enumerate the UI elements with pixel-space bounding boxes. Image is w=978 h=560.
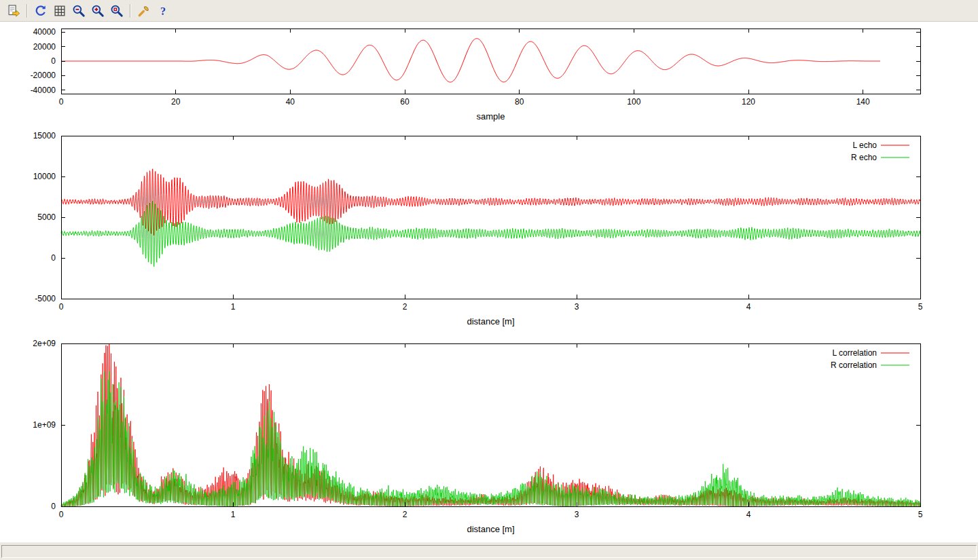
series-L-echo	[61, 169, 920, 236]
x-tick-label: 100	[627, 97, 640, 107]
x-tick-label: 140	[856, 97, 870, 107]
x-tick-label: 0	[59, 97, 64, 107]
x-tick-label: 60	[400, 97, 410, 107]
magnifier-next-icon	[91, 4, 105, 18]
y-tick-label: 5000	[37, 212, 56, 222]
series-pulse	[61, 39, 880, 82]
plot-canvas-signal[interactable]: 02040608010012014040000200000-20000-4000…	[0, 22, 978, 124]
x-axis-label: distance [m]	[467, 316, 514, 326]
wrench-icon	[137, 4, 151, 18]
y-tick-label: 0	[51, 253, 56, 263]
grid-icon	[53, 4, 67, 18]
x-tick-label: 1	[231, 510, 236, 519]
svg-text:?: ?	[160, 5, 166, 18]
plot-border	[61, 136, 920, 299]
legend-label: R echo	[851, 153, 877, 162]
y-tick-label: -20000	[31, 71, 56, 80]
series-R-correlation	[61, 371, 920, 506]
x-tick-label: 3	[575, 510, 579, 519]
y-tick-label: 40000	[33, 27, 56, 37]
status-text	[1, 545, 977, 558]
legend-label: L correlation	[832, 348, 877, 358]
y-tick-label: -40000	[31, 86, 56, 95]
y-tick-label: 0	[51, 502, 56, 511]
x-tick-label: 2	[403, 302, 408, 312]
replot-icon	[34, 4, 48, 18]
replot-button[interactable]	[32, 2, 50, 20]
x-tick-label: 120	[742, 97, 755, 107]
gnuplot-window: ? 02040608010012014040000200000-20000-40…	[0, 0, 978, 560]
copy-button[interactable]	[5, 2, 22, 20]
y-tick-label: 2e+09	[33, 339, 56, 348]
autoscale-button[interactable]	[108, 2, 126, 20]
clipboard-copy-icon	[7, 4, 20, 18]
toolbar: ?	[0, 0, 978, 22]
plot-border	[61, 343, 920, 506]
magnifier-previous-icon	[72, 4, 86, 18]
y-tick-label: 15000	[33, 131, 56, 141]
status-bar	[0, 542, 978, 560]
x-tick-label: 5	[918, 510, 923, 519]
y-tick-label: 20000	[33, 42, 56, 52]
plot-canvas-correlation[interactable]: 0123452e+091e+090distance [m]L correlati…	[0, 327, 978, 542]
x-tick-label: 20	[171, 97, 181, 107]
x-tick-label: 5	[918, 302, 923, 312]
toolbar-separator	[26, 4, 28, 18]
x-tick-label: 4	[746, 302, 751, 312]
x-tick-label: 40	[286, 97, 295, 107]
help-icon: ?	[156, 4, 170, 18]
y-tick-label: -5000	[35, 294, 56, 303]
x-axis-label: sample	[477, 111, 505, 122]
x-tick-label: 80	[515, 97, 524, 107]
plot-stack: 02040608010012014040000200000-20000-4000…	[0, 22, 978, 542]
zoom-next-button[interactable]	[89, 2, 107, 20]
zoom-previous-button[interactable]	[70, 2, 88, 20]
help-button[interactable]: ?	[154, 2, 172, 20]
x-tick-label: 0	[59, 510, 64, 519]
y-tick-label: 10000	[33, 172, 56, 181]
x-tick-label: 3	[575, 302, 579, 312]
x-tick-label: 1	[231, 302, 236, 312]
magnifier-autoscale-icon	[110, 4, 124, 18]
x-tick-label: 2	[403, 510, 408, 519]
legend-label: L echo	[852, 141, 877, 150]
x-tick-label: 0	[59, 302, 64, 312]
series-L-correlation	[61, 343, 920, 506]
legend-label: R correlation	[831, 360, 877, 370]
y-tick-label: 0	[51, 56, 56, 66]
toolbar-separator	[130, 4, 131, 18]
plot-canvas-echo[interactable]: 012345150001000050000-5000distance [m]L …	[0, 124, 978, 327]
x-axis-label: distance [m]	[467, 524, 514, 534]
x-tick-label: 4	[746, 510, 751, 519]
y-tick-label: 1e+09	[33, 420, 56, 430]
grid-button[interactable]	[51, 2, 69, 20]
configure-button[interactable]	[135, 2, 153, 20]
